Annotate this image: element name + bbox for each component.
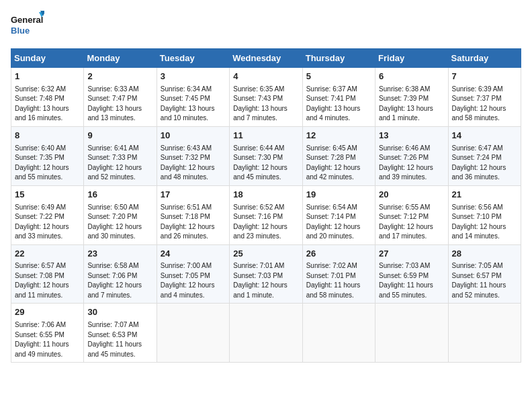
- sunset-text: Sunset: 7:35 PM: [15, 154, 64, 161]
- sunset-text: Sunset: 7:43 PM: [233, 95, 283, 102]
- sunset-text: Sunset: 7:06 PM: [87, 272, 137, 279]
- sunrise-text: Sunrise: 6:34 AM: [161, 85, 212, 93]
- day-number: 19: [306, 189, 371, 201]
- calendar-cell: [302, 304, 375, 363]
- sunset-text: Sunset: 7:05 PM: [161, 272, 210, 279]
- day-number: 13: [379, 130, 444, 142]
- day-number: 9: [87, 130, 152, 142]
- daylight-text: Daylight: 12 hours and 26 minutes.: [161, 223, 215, 240]
- calendar-week-2: 8 Sunrise: 6:40 AM Sunset: 7:35 PM Dayli…: [11, 126, 521, 185]
- sunset-text: Sunset: 7:37 PM: [452, 95, 502, 102]
- daylight-text: Daylight: 12 hours and 20 minutes.: [306, 223, 361, 240]
- daylight-text: Daylight: 13 hours and 7 minutes.: [233, 105, 287, 122]
- sunset-text: Sunset: 7:03 PM: [233, 272, 283, 279]
- calendar-cell: 9 Sunrise: 6:41 AM Sunset: 7:33 PM Dayli…: [84, 126, 157, 185]
- daylight-text: Daylight: 12 hours and 4 minutes.: [161, 281, 215, 299]
- sunrise-text: Sunrise: 6:35 AM: [233, 85, 284, 93]
- daylight-text: Daylight: 12 hours and 48 minutes.: [161, 164, 215, 181]
- calendar-week-5: 29 Sunrise: 7:06 AM Sunset: 6:55 PM Dayl…: [11, 304, 521, 363]
- daylight-text: Daylight: 11 hours and 52 minutes.: [452, 281, 506, 299]
- calendar-cell: 2 Sunrise: 6:33 AM Sunset: 7:47 PM Dayli…: [84, 68, 157, 127]
- day-number: 20: [379, 189, 444, 201]
- calendar-cell: [375, 304, 448, 363]
- sunset-text: Sunset: 7:30 PM: [233, 154, 283, 161]
- calendar-cell: 27 Sunrise: 7:03 AM Sunset: 6:59 PM Dayl…: [375, 244, 448, 304]
- sunset-text: Sunset: 6:55 PM: [15, 331, 64, 338]
- daylight-text: Daylight: 12 hours and 14 minutes.: [452, 223, 506, 240]
- sunrise-text: Sunrise: 6:37 AM: [306, 85, 357, 93]
- day-number: 14: [452, 130, 517, 142]
- sunset-text: Sunset: 7:22 PM: [15, 213, 64, 220]
- sunrise-text: Sunrise: 6:50 AM: [87, 203, 138, 211]
- sunset-text: Sunset: 7:18 PM: [161, 213, 210, 220]
- daylight-text: Daylight: 12 hours and 36 minutes.: [452, 164, 506, 181]
- sunrise-text: Sunrise: 7:00 AM: [161, 262, 212, 269]
- column-header-monday: Monday: [84, 49, 157, 68]
- calendar-week-3: 15 Sunrise: 6:49 AM Sunset: 7:22 PM Dayl…: [11, 185, 521, 244]
- day-number: 27: [379, 248, 444, 261]
- daylight-text: Daylight: 12 hours and 17 minutes.: [379, 223, 433, 240]
- column-header-wednesday: Wednesday: [230, 49, 302, 68]
- calendar-cell: 5 Sunrise: 6:37 AM Sunset: 7:41 PM Dayli…: [302, 68, 375, 127]
- sunrise-text: Sunrise: 6:52 AM: [233, 203, 284, 211]
- calendar-cell: 11 Sunrise: 6:44 AM Sunset: 7:30 PM Dayl…: [230, 126, 302, 185]
- daylight-text: Daylight: 12 hours and 42 minutes.: [306, 164, 361, 181]
- day-number: 11: [233, 130, 298, 142]
- logo: General Blue: [11, 11, 44, 40]
- daylight-text: Daylight: 12 hours and 7 minutes.: [87, 281, 142, 299]
- calendar-cell: 28 Sunrise: 7:05 AM Sunset: 6:57 PM Dayl…: [448, 244, 521, 304]
- day-number: 18: [233, 189, 298, 201]
- sunrise-text: Sunrise: 7:01 AM: [233, 262, 284, 269]
- daylight-text: Daylight: 13 hours and 10 minutes.: [161, 105, 215, 122]
- calendar-cell: 29 Sunrise: 7:06 AM Sunset: 6:55 PM Dayl…: [11, 304, 84, 363]
- calendar-cell: 25 Sunrise: 7:01 AM Sunset: 7:03 PM Dayl…: [230, 244, 302, 304]
- day-number: 17: [161, 189, 226, 201]
- calendar-cell: 19 Sunrise: 6:54 AM Sunset: 7:14 PM Dayl…: [302, 185, 375, 244]
- sunrise-text: Sunrise: 7:07 AM: [87, 321, 138, 328]
- day-number: 8: [15, 130, 80, 142]
- calendar-week-1: 1 Sunrise: 6:32 AM Sunset: 7:48 PM Dayli…: [11, 68, 521, 127]
- sunset-text: Sunset: 6:53 PM: [87, 331, 137, 338]
- daylight-text: Daylight: 11 hours and 49 minutes.: [15, 340, 69, 358]
- calendar-cell: 22 Sunrise: 6:57 AM Sunset: 7:08 PM Dayl…: [11, 244, 84, 304]
- sunset-text: Sunset: 7:41 PM: [306, 95, 356, 102]
- sunrise-text: Sunrise: 6:40 AM: [15, 144, 66, 152]
- day-number: 28: [452, 248, 517, 261]
- calendar-cell: 23 Sunrise: 6:58 AM Sunset: 7:06 PM Dayl…: [84, 244, 157, 304]
- sunset-text: Sunset: 7:32 PM: [161, 154, 210, 161]
- calendar-cell: 24 Sunrise: 7:00 AM Sunset: 7:05 PM Dayl…: [157, 244, 229, 304]
- day-number: 2: [87, 71, 152, 83]
- calendar-week-4: 22 Sunrise: 6:57 AM Sunset: 7:08 PM Dayl…: [11, 244, 521, 304]
- calendar-cell: 16 Sunrise: 6:50 AM Sunset: 7:20 PM Dayl…: [84, 185, 157, 244]
- daylight-text: Daylight: 12 hours and 1 minute.: [233, 281, 287, 299]
- day-number: 22: [15, 248, 80, 261]
- day-number: 21: [452, 189, 517, 201]
- day-number: 10: [161, 130, 226, 142]
- sunset-text: Sunset: 7:33 PM: [87, 154, 137, 161]
- daylight-text: Daylight: 11 hours and 58 minutes.: [306, 281, 361, 299]
- calendar-cell: 12 Sunrise: 6:45 AM Sunset: 7:28 PM Dayl…: [302, 126, 375, 185]
- sunset-text: Sunset: 7:26 PM: [379, 154, 429, 161]
- sunrise-text: Sunrise: 6:43 AM: [161, 144, 212, 152]
- calendar-cell: 15 Sunrise: 6:49 AM Sunset: 7:22 PM Dayl…: [11, 185, 84, 244]
- day-number: 6: [379, 71, 444, 83]
- sunrise-text: Sunrise: 6:39 AM: [452, 85, 503, 93]
- sunset-text: Sunset: 7:24 PM: [452, 154, 502, 161]
- daylight-text: Daylight: 12 hours and 58 minutes.: [452, 105, 506, 122]
- calendar-cell: 26 Sunrise: 7:02 AM Sunset: 7:01 PM Dayl…: [302, 244, 375, 304]
- calendar-cell: 10 Sunrise: 6:43 AM Sunset: 7:32 PM Dayl…: [157, 126, 229, 185]
- column-header-friday: Friday: [375, 49, 448, 68]
- sunrise-text: Sunrise: 6:32 AM: [15, 85, 66, 93]
- sunset-text: Sunset: 7:12 PM: [379, 213, 429, 220]
- daylight-text: Daylight: 12 hours and 55 minutes.: [15, 164, 69, 181]
- calendar-cell: [230, 304, 302, 363]
- day-number: 1: [15, 71, 80, 83]
- sunrise-text: Sunrise: 7:02 AM: [306, 262, 357, 269]
- day-number: 24: [161, 248, 226, 261]
- sunset-text: Sunset: 7:45 PM: [161, 95, 210, 102]
- sunset-text: Sunset: 7:01 PM: [306, 272, 356, 279]
- svg-text:General: General: [11, 15, 43, 25]
- sunrise-text: Sunrise: 6:38 AM: [379, 85, 430, 93]
- sunrise-text: Sunrise: 6:54 AM: [306, 203, 357, 211]
- daylight-text: Daylight: 12 hours and 39 minutes.: [379, 164, 433, 181]
